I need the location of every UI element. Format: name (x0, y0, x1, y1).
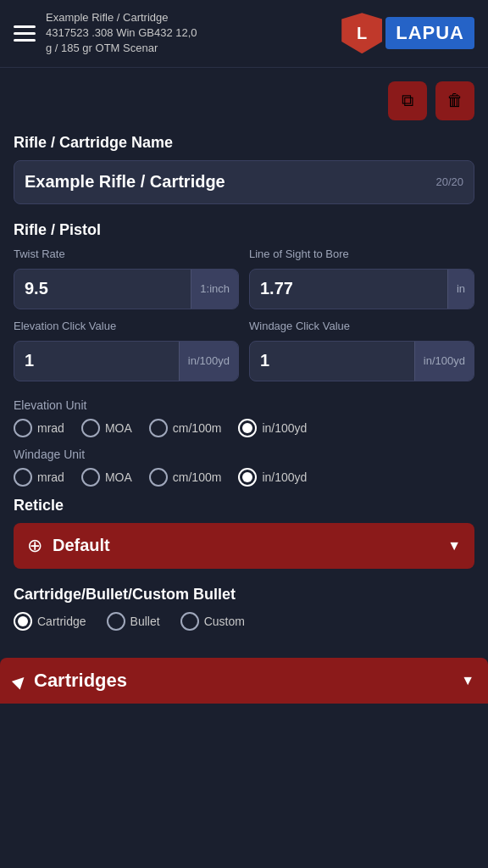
bullet-type-radio-row: Cartridge Bullet Custom (14, 612, 474, 631)
wind-radio-moa[interactable]: MOA (81, 468, 132, 487)
lapua-text: LAPUA (385, 17, 474, 49)
wind-click-unit: in/100yd (414, 342, 474, 381)
reticle-section: Reticle ⊕ Default ▼ (14, 497, 474, 569)
cartridges-dropdown[interactable]: ▶ Cartridges ▼ (0, 658, 488, 704)
app-header: Example Rifle / Cartridge 4317523 .308 W… (0, 0, 488, 68)
reticle-selected: Default (53, 536, 437, 555)
elev-click-unit: in/100yd (179, 342, 238, 381)
rifle-section: Rifle / Pistol Twist Rate 1:inch Line of… (14, 221, 474, 381)
rifle-top-row: Twist Rate 1:inch Line of Sight to Bore … (14, 248, 474, 309)
char-count: 20/20 (435, 175, 463, 188)
elev-click-label: Elevation Click Value (14, 320, 239, 332)
lapua-logo: L LAPUA (341, 13, 474, 53)
elev-radio-cm100m[interactable]: cm/100m (149, 419, 222, 437)
header-left: Example Rifle / Cartridge 4317523 .308 W… (14, 10, 197, 57)
name-section-label: Rifle / Cartridge Name (14, 134, 474, 152)
name-input-wrapper: 20/20 (14, 160, 474, 204)
reticle-label: Reticle (14, 497, 474, 515)
elev-click-input-wrapper: in/100yd (14, 341, 239, 381)
delete-icon: 🗑 (446, 91, 463, 110)
reticle-dropdown[interactable]: ⊕ Default ▼ (14, 523, 474, 569)
wind-click-group: Windage Click Value in/100yd (249, 320, 474, 381)
windage-unit-label: Windage Unit (14, 448, 474, 461)
twist-rate-unit: 1:inch (191, 270, 238, 309)
bullet-icon: ▶ (8, 670, 30, 691)
los-input-wrapper: in (249, 269, 474, 309)
los-unit: in (447, 270, 474, 309)
hamburger-menu[interactable] (14, 25, 36, 42)
main-content: ⧉ 🗑 Rifle / Cartridge Name 20/20 Rifle /… (0, 68, 488, 658)
twist-rate-input-wrapper: 1:inch (14, 269, 239, 309)
elev-radio-mrad[interactable]: mrad (14, 419, 64, 437)
rifle-section-label: Rifle / Pistol (14, 221, 474, 239)
wind-click-input-wrapper: in/100yd (249, 341, 474, 381)
wind-radio-mrad[interactable]: mrad (14, 468, 64, 487)
bullet-radio-bullet[interactable]: Bullet (107, 612, 160, 631)
twist-rate-label: Twist Rate (14, 248, 239, 260)
bullet-radio-cartridge[interactable]: Cartridge (14, 612, 86, 631)
name-section: Rifle / Cartridge Name 20/20 (14, 134, 474, 204)
windage-unit-radio-row: mrad MOA cm/100m in/100yd (14, 468, 474, 487)
action-buttons: ⧉ 🗑 (14, 81, 474, 120)
los-input[interactable] (250, 279, 447, 298)
cartridges-label: Cartridges (34, 670, 452, 692)
wind-click-label: Windage Click Value (249, 320, 474, 332)
twist-rate-group: Twist Rate 1:inch (14, 248, 239, 309)
twist-rate-input[interactable] (14, 279, 191, 298)
los-group: Line of Sight to Bore in (249, 248, 474, 309)
wind-radio-cm100m[interactable]: cm/100m (149, 468, 222, 487)
reticle-icon: ⊕ (27, 535, 42, 557)
reticle-chevron-icon: ▼ (447, 538, 461, 554)
rifle-bottom-row: Elevation Click Value in/100yd Windage C… (14, 320, 474, 381)
elevation-unit-radio-row: mrad MOA cm/100m in/100yd (14, 419, 474, 437)
copy-icon: ⧉ (402, 91, 413, 110)
windage-unit-section: Windage Unit mrad MOA cm/100m in/100yd (14, 448, 474, 487)
header-title-line1: Example Rifle / Cartridge (46, 11, 169, 24)
bullet-type-section: Cartridge/Bullet/Custom Bullet Cartridge… (14, 586, 474, 631)
elev-click-group: Elevation Click Value in/100yd (14, 320, 239, 381)
header-title: Example Rifle / Cartridge 4317523 .308 W… (46, 10, 197, 57)
name-input[interactable] (25, 172, 435, 192)
delete-button[interactable]: 🗑 (435, 81, 474, 120)
elev-radio-moa[interactable]: MOA (81, 419, 132, 437)
header-title-line3: g / 185 gr OTM Scenar (46, 42, 158, 54)
elevation-unit-section: Elevation Unit mrad MOA cm/100m in/100yd (14, 398, 474, 437)
elev-click-input[interactable] (14, 351, 179, 370)
bullet-type-label: Cartridge/Bullet/Custom Bullet (14, 586, 474, 604)
header-title-line2: 4317523 .308 Win GB432 12,0 (46, 26, 197, 39)
cartridges-chevron-icon: ▼ (461, 673, 474, 688)
wind-click-input[interactable] (250, 351, 414, 370)
elevation-unit-label: Elevation Unit (14, 398, 474, 412)
bullet-radio-custom[interactable]: Custom (180, 612, 245, 631)
los-label: Line of Sight to Bore (249, 248, 474, 260)
wind-radio-in100yd[interactable]: in/100yd (238, 468, 307, 487)
copy-button[interactable]: ⧉ (388, 81, 427, 120)
elev-radio-in100yd[interactable]: in/100yd (238, 419, 307, 437)
lapua-shield: L (341, 13, 382, 53)
